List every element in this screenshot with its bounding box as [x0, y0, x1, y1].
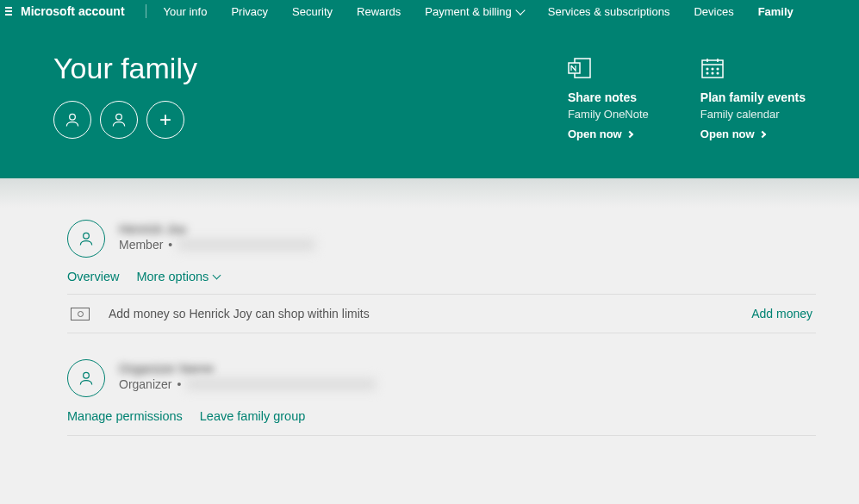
strip-message: Add money so Henrick Joy can shop within…: [109, 307, 370, 320]
promo-subtitle: Family calendar: [700, 108, 806, 121]
nav-payment-billing[interactable]: Payment & billing: [413, 5, 535, 18]
promo-title: Plan family events: [700, 90, 806, 104]
member-card: Henrick Joy Member • Overview More optio…: [67, 220, 816, 333]
promo-plan-events: Plan family events Family calendar Open …: [700, 57, 806, 140]
hero-promos: Share notes Family OneNote Open now Plan…: [568, 52, 806, 140]
svg-point-10: [717, 68, 719, 70]
svg-point-0: [70, 114, 76, 120]
nav-security[interactable]: Security: [280, 5, 345, 18]
nav-divider: [146, 4, 146, 18]
family-member-avatar-2[interactable]: [100, 101, 138, 139]
hero-left: Your family +: [53, 52, 197, 140]
more-options-link[interactable]: More options: [136, 270, 220, 283]
chevron-right-icon: [626, 130, 633, 137]
section-divider: [67, 435, 816, 436]
member-info: Organizer Name Organizer •: [119, 359, 376, 391]
add-money-strip: Add money so Henrick Joy can shop within…: [67, 294, 816, 333]
manage-permissions-link[interactable]: Manage permissions: [67, 409, 183, 423]
person-icon: [64, 111, 81, 128]
svg-point-14: [84, 233, 90, 239]
overview-link[interactable]: Overview: [67, 270, 119, 283]
top-nav: Microsoft account Your info Privacy Secu…: [0, 0, 859, 22]
promo-open-label: Open now: [700, 128, 755, 140]
strip-left: Add money so Henrick Joy can shop within…: [71, 307, 370, 320]
bullet: •: [177, 377, 181, 391]
family-member-avatar-1[interactable]: [53, 101, 91, 139]
chevron-down-icon: [515, 5, 525, 15]
promo-open-link[interactable]: Open now: [568, 128, 649, 140]
onenote-icon: [568, 57, 592, 79]
family-avatars-row: +: [53, 101, 197, 139]
nav-family[interactable]: Family: [746, 5, 806, 18]
svg-point-9: [712, 68, 713, 70]
promo-share-notes: Share notes Family OneNote Open now: [568, 57, 649, 140]
chevron-down-icon: [213, 271, 221, 280]
bullet: •: [168, 238, 172, 252]
member-role-label: Organizer: [119, 377, 171, 391]
add-family-member-button[interactable]: +: [146, 101, 184, 139]
person-icon: [78, 370, 95, 387]
member-role-label: Member: [119, 238, 163, 252]
svg-point-13: [717, 72, 719, 74]
leave-family-link[interactable]: Leave family group: [200, 409, 306, 423]
brand-label[interactable]: Microsoft account: [21, 4, 140, 18]
calendar-icon: [700, 57, 725, 79]
money-icon: [71, 308, 90, 320]
member-info: Henrick Joy Member •: [119, 220, 315, 252]
hero-section: Your family + Share notes Family OneNote…: [0, 22, 859, 178]
plus-icon: +: [159, 109, 171, 130]
more-options-label: More options: [136, 270, 209, 283]
member-email-redacted: [186, 378, 376, 390]
member-role-line: Member •: [119, 238, 315, 252]
svg-point-8: [706, 68, 708, 70]
member-header: Henrick Joy Member •: [67, 220, 816, 258]
svg-point-15: [84, 372, 90, 378]
nav-services[interactable]: Services & subscriptions: [536, 5, 682, 18]
svg-point-1: [116, 114, 122, 120]
menu-icon[interactable]: [5, 7, 12, 16]
nav-privacy[interactable]: Privacy: [219, 5, 280, 18]
member-role-line: Organizer •: [119, 377, 376, 391]
chevron-right-icon: [758, 130, 765, 137]
promo-title: Share notes: [568, 90, 649, 104]
promo-open-label: Open now: [568, 128, 622, 140]
member-avatar: [67, 220, 105, 258]
hero-shadow: [0, 178, 859, 208]
person-icon: [78, 230, 95, 247]
member-name: Henrick Joy: [119, 221, 315, 236]
member-card: Organizer Name Organizer • Manage permis…: [67, 359, 816, 436]
add-money-link[interactable]: Add money: [751, 307, 812, 320]
nav-payment-label: Payment & billing: [425, 5, 511, 18]
member-email-redacted: [177, 239, 315, 251]
member-avatar: [67, 359, 105, 397]
person-icon: [110, 111, 128, 128]
svg-rect-3: [569, 63, 580, 73]
content-area: Henrick Joy Member • Overview More optio…: [0, 208, 859, 436]
svg-point-12: [712, 72, 713, 74]
member-links: Manage permissions Leave family group: [67, 409, 816, 423]
nav-your-info[interactable]: Your info: [152, 5, 220, 18]
nav-devices[interactable]: Devices: [682, 5, 745, 18]
member-links: Overview More options: [67, 270, 816, 283]
nav-rewards[interactable]: Rewards: [345, 5, 413, 18]
promo-subtitle: Family OneNote: [568, 108, 649, 121]
member-header: Organizer Name Organizer •: [67, 359, 816, 397]
promo-open-link[interactable]: Open now: [700, 128, 806, 140]
member-name: Organizer Name: [119, 361, 376, 376]
page-title: Your family: [53, 52, 197, 85]
svg-point-11: [706, 72, 708, 74]
